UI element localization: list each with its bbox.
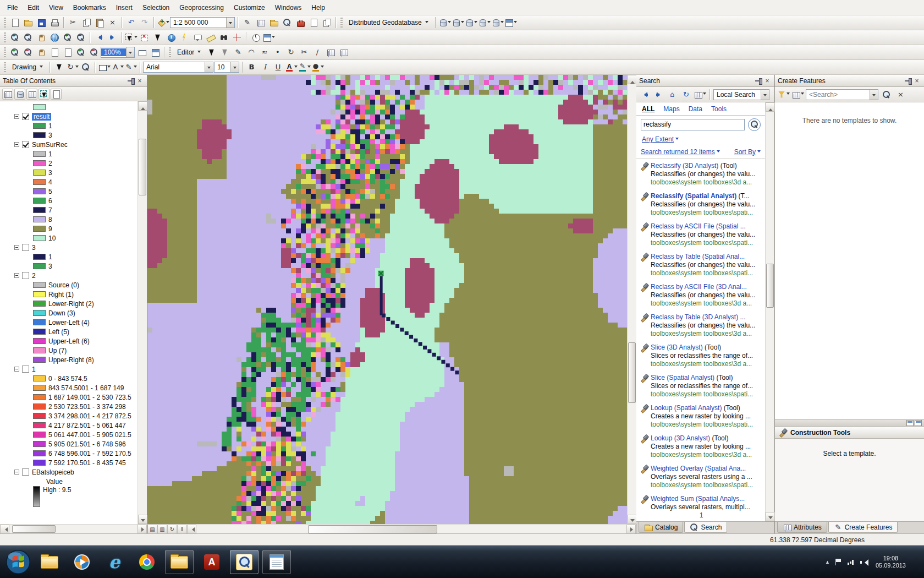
taskbar-arcmap[interactable] bbox=[230, 550, 258, 574]
sketch-properties-button[interactable] bbox=[337, 46, 350, 58]
layout-view-button[interactable]: ▥ bbox=[157, 525, 167, 534]
tab-attributes[interactable]: Attributes bbox=[777, 522, 827, 533]
pin-icon[interactable] bbox=[904, 77, 912, 85]
result-title-link[interactable]: Slice (Spatial Analyst) bbox=[651, 374, 714, 381]
table-of-contents-window-button[interactable] bbox=[254, 17, 267, 29]
font-family-dropdown[interactable] bbox=[205, 62, 213, 72]
editor-menu-button[interactable]: Editor bbox=[173, 47, 205, 58]
search-scope-dropdown[interactable] bbox=[761, 90, 769, 100]
zoom-out-button[interactable]: − bbox=[21, 31, 34, 43]
close-icon[interactable]: × bbox=[763, 77, 772, 85]
toc-horizontal-scrollbar[interactable] bbox=[0, 524, 147, 533]
scroll-thumb[interactable] bbox=[12, 525, 56, 533]
search-result[interactable]: Slice (3D Analyst) (Tool)Slices or recla… bbox=[640, 343, 763, 368]
search-result[interactable]: Reclass by ASCII File (3D Anal...Reclass… bbox=[640, 283, 763, 308]
toc-layer-result[interactable]: result bbox=[0, 112, 138, 121]
pin-icon[interactable] bbox=[127, 77, 135, 85]
scroll-left-button[interactable] bbox=[187, 525, 196, 534]
go-to-xy-button[interactable] bbox=[230, 31, 243, 43]
result-title-link[interactable]: Reclass by ASCII File (3D Anal... bbox=[651, 283, 747, 291]
select-elements-drawing-button[interactable] bbox=[53, 61, 65, 73]
scroll-down-button[interactable] bbox=[628, 515, 637, 524]
zoom-in-tool-button[interactable]: + bbox=[8, 46, 21, 58]
export-data-changes-button[interactable] bbox=[465, 17, 477, 29]
toc-options-button[interactable] bbox=[51, 89, 62, 100]
time-slider-button[interactable] bbox=[249, 31, 262, 43]
result-title-link[interactable]: Reclassify (Spatial Analyst) bbox=[651, 192, 736, 200]
menu-view[interactable]: View bbox=[44, 1, 68, 14]
toggle-draft-mode-button[interactable] bbox=[135, 46, 148, 58]
scroll-track[interactable] bbox=[196, 525, 626, 534]
result-title-link[interactable]: Slice (3D Analyst) bbox=[651, 343, 703, 351]
splitter-restore-button[interactable] bbox=[906, 420, 914, 426]
menu-customize[interactable]: Customize bbox=[229, 1, 270, 14]
result-title-link[interactable]: Reclass by Table (3D Analyst) ... bbox=[651, 313, 746, 321]
zoom-percent-dropdown[interactable] bbox=[126, 47, 134, 57]
toc-layer-2[interactable]: 2 bbox=[0, 271, 138, 280]
python-window-button[interactable] bbox=[307, 17, 320, 29]
refresh-view-button[interactable]: ↻ bbox=[167, 525, 177, 534]
search-result[interactable]: Weighted Sum (Spatial Analys...Overlays … bbox=[640, 495, 763, 511]
search-scope[interactable]: Local Search bbox=[713, 89, 769, 100]
scroll-thumb[interactable] bbox=[766, 264, 774, 308]
scroll-thumb[interactable] bbox=[308, 525, 437, 533]
toc-layer-1[interactable]: 1 bbox=[0, 364, 138, 374]
search-tab-all[interactable]: ALL bbox=[642, 105, 654, 113]
zoom-in-button[interactable]: + bbox=[8, 31, 21, 43]
undo-button[interactable]: ↶ bbox=[125, 17, 138, 29]
italic-button[interactable]: I bbox=[258, 61, 271, 73]
search-result[interactable]: Reclass by Table (Spatial Anal...Reclass… bbox=[640, 253, 763, 277]
fixed-zoom-out-button[interactable]: − bbox=[74, 31, 87, 43]
search-result[interactable]: Reclass by Table (3D Analyst) ...Reclass… bbox=[640, 313, 763, 338]
editor-toolbar-toggle-button[interactable]: ✎ bbox=[241, 17, 254, 29]
toc-layer-ebatslopeiceb[interactable]: EBatslopeiceb bbox=[0, 467, 138, 477]
list-by-drawing-order-button[interactable] bbox=[2, 89, 13, 100]
attributes-window-button[interactable] bbox=[324, 46, 337, 58]
search-forward-button[interactable] bbox=[652, 89, 665, 101]
map-scale[interactable]: 1:2 500 000 bbox=[170, 17, 235, 28]
taskbar-media-player[interactable] bbox=[68, 550, 96, 574]
edit-annotation-tool-button[interactable] bbox=[218, 46, 231, 58]
font-color-button[interactable]: A bbox=[285, 61, 298, 73]
result-title-link[interactable]: Weighted Overlay (Spatial Ana... bbox=[651, 465, 746, 472]
volume-icon[interactable] bbox=[860, 558, 868, 566]
search-input[interactable] bbox=[641, 119, 745, 130]
select-elements-button[interactable] bbox=[151, 31, 164, 43]
taskbar-folder-window[interactable] bbox=[165, 550, 194, 574]
search-returned-link[interactable]: Search returned 12 items bbox=[641, 148, 715, 156]
zoom-to-selected-elements-button[interactable] bbox=[79, 61, 92, 73]
search-vertical-scrollbar[interactable] bbox=[765, 102, 774, 521]
index-update-button[interactable]: ↻ bbox=[680, 89, 692, 101]
straight-segment-button[interactable]: ✎ bbox=[232, 46, 244, 58]
endpoint-arc-button[interactable]: ◠ bbox=[245, 46, 257, 58]
result-title-link[interactable]: Lookup (Spatial Analyst) bbox=[651, 404, 722, 412]
search-result[interactable]: Reclassify (Spatial Analyst) (T...Reclas… bbox=[640, 192, 763, 217]
clear-template-search-button[interactable]: × bbox=[894, 89, 907, 101]
scroll-thumb[interactable] bbox=[139, 139, 146, 195]
menu-insert[interactable]: Insert bbox=[111, 1, 138, 14]
expand-collapse-box[interactable] bbox=[14, 470, 19, 475]
map-vertical-scrollbar[interactable] bbox=[627, 75, 636, 524]
scroll-right-button[interactable] bbox=[626, 525, 636, 534]
result-title-link[interactable]: Weighted Sum (Spatial Analys... bbox=[651, 495, 745, 503]
expand-collapse-box[interactable] bbox=[14, 273, 19, 278]
tab-search[interactable]: Search bbox=[684, 522, 727, 533]
measure-button[interactable] bbox=[204, 31, 217, 43]
search-home-button[interactable]: ⌂ bbox=[666, 89, 679, 101]
find-button[interactable] bbox=[217, 31, 230, 43]
panel-splitter[interactable] bbox=[775, 419, 924, 427]
open-map-button[interactable] bbox=[21, 17, 34, 29]
go-back-extent-button[interactable] bbox=[93, 31, 106, 43]
search-settings-button[interactable] bbox=[694, 89, 706, 101]
taskbar-text-editor[interactable] bbox=[262, 550, 291, 574]
expand-collapse-box[interactable] bbox=[14, 114, 19, 119]
scroll-thumb[interactable] bbox=[628, 342, 636, 402]
text-tool-button[interactable]: A bbox=[111, 61, 124, 73]
tab-catalog[interactable]: Catalog bbox=[639, 522, 683, 533]
focus-data-frame-button[interactable] bbox=[148, 46, 161, 58]
pan-tool-button[interactable] bbox=[35, 46, 47, 58]
modelbuilder-window-button[interactable] bbox=[320, 17, 333, 29]
zoom-whole-page-button[interactable] bbox=[48, 46, 61, 58]
menu-file[interactable]: File bbox=[2, 1, 23, 14]
scroll-track[interactable] bbox=[138, 111, 147, 515]
